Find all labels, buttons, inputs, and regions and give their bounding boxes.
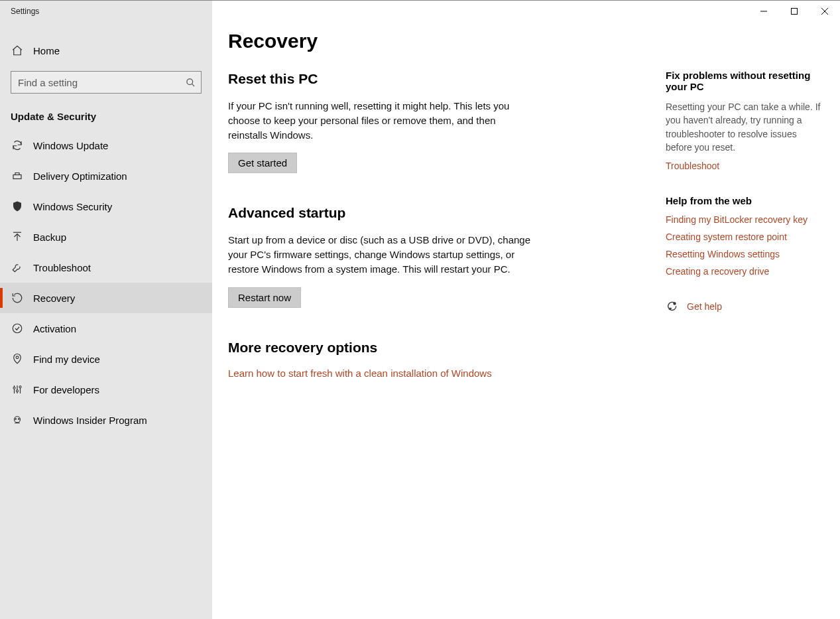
location-icon (11, 352, 24, 366)
help-link-restore-point[interactable]: Creating system restore point (666, 232, 824, 242)
section-more-recovery: More recovery options Learn how to start… (228, 340, 639, 379)
sync-icon (11, 139, 24, 152)
fix-body: Resetting your PC can take a while. If y… (666, 100, 824, 154)
maximize-button[interactable] (779, 1, 810, 22)
nav-label: Backup (33, 232, 66, 243)
get-help-row[interactable]: Get help (666, 301, 824, 312)
sidebar-item-insider[interactable]: Windows Insider Program (0, 405, 212, 435)
svg-point-11 (17, 390, 19, 392)
search-box[interactable] (11, 71, 202, 94)
sidebar-item-find-my-device[interactable]: Find my device (0, 344, 212, 374)
more-heading: More recovery options (228, 340, 639, 356)
insider-icon (11, 413, 24, 427)
svg-rect-18 (792, 9, 798, 15)
shield-icon (11, 200, 24, 213)
nav-label: Recovery (33, 293, 75, 304)
help-heading: Help from the web (666, 195, 824, 206)
sliders-icon (11, 383, 24, 396)
nav-label: For developers (33, 384, 99, 395)
nav-label: Troubleshoot (33, 262, 91, 273)
sidebar: Settings Home Update & Security Windows … (0, 1, 212, 619)
window-title: Settings (0, 1, 212, 22)
help-link-bitlocker[interactable]: Finding my BitLocker recovery key (666, 214, 824, 225)
sidebar-item-recovery[interactable]: Recovery (0, 283, 212, 313)
delivery-icon (11, 169, 24, 182)
search-icon (180, 78, 201, 88)
reset-heading: Reset this PC (228, 71, 639, 87)
close-button[interactable] (810, 1, 840, 22)
check-circle-icon (11, 322, 24, 335)
main-content: Recovery Reset this PC If your PC isn't … (212, 1, 840, 619)
sidebar-item-activation[interactable]: Activation (0, 313, 212, 344)
wrench-icon (11, 261, 24, 274)
aside-column: Fix problems without resetting your PC R… (666, 30, 824, 619)
svg-line-1 (192, 84, 194, 86)
fresh-install-link[interactable]: Learn how to start fresh with a clean in… (228, 368, 492, 379)
troubleshoot-link[interactable]: Troubleshoot (666, 161, 719, 171)
svg-point-0 (186, 78, 192, 84)
sidebar-item-delivery-optimization[interactable]: Delivery Optimization (0, 161, 212, 191)
aside-help-web: Help from the web Finding my BitLocker r… (666, 195, 824, 277)
sidebar-item-troubleshoot[interactable]: Troubleshoot (0, 252, 212, 283)
aside-fix-problems: Fix problems without resetting your PC R… (666, 70, 824, 171)
search-input[interactable] (11, 77, 180, 88)
sidebar-item-windows-security[interactable]: Windows Security (0, 191, 212, 222)
recovery-icon (11, 291, 24, 305)
get-started-button[interactable]: Get started (228, 153, 297, 173)
minimize-button[interactable] (749, 1, 779, 22)
nav-label: Find my device (33, 354, 100, 365)
advanced-heading: Advanced startup (228, 205, 639, 221)
svg-point-15 (19, 419, 20, 420)
section-advanced-startup: Advanced startup Start up from a device … (228, 205, 639, 307)
sidebar-item-backup[interactable]: Backup (0, 222, 212, 252)
home-button[interactable]: Home (0, 35, 212, 66)
nav-label: Windows Update (33, 140, 108, 151)
svg-point-21 (674, 303, 676, 305)
svg-rect-2 (13, 175, 21, 179)
backup-icon (11, 230, 24, 243)
svg-point-10 (13, 387, 15, 389)
svg-point-14 (15, 419, 17, 420)
help-link-recovery-drive[interactable]: Creating a recovery drive (666, 266, 824, 277)
section-reset-pc: Reset this PC If your PC isn't running w… (228, 71, 639, 173)
svg-point-12 (19, 386, 21, 388)
nav-label: Windows Security (33, 201, 112, 212)
restart-now-button[interactable]: Restart now (228, 287, 301, 308)
svg-point-5 (13, 324, 22, 333)
get-help-link[interactable]: Get help (687, 301, 722, 312)
home-icon (11, 44, 24, 57)
window-controls (749, 1, 840, 22)
advanced-body: Start up from a device or disc (such as … (228, 233, 533, 276)
sidebar-item-windows-update[interactable]: Windows Update (0, 130, 212, 161)
nav-label: Delivery Optimization (33, 171, 127, 182)
help-link-reset-settings[interactable]: Resetting Windows settings (666, 249, 824, 259)
reset-body: If your PC isn't running well, resetting… (228, 99, 533, 142)
chat-icon (666, 301, 678, 312)
home-label: Home (33, 45, 60, 56)
fix-heading: Fix problems without resetting your PC (666, 70, 824, 92)
sidebar-section-label: Update & Security (0, 99, 212, 130)
svg-point-6 (16, 356, 19, 359)
nav-list: Windows Update Delivery Optimization Win… (0, 130, 212, 435)
sidebar-item-for-developers[interactable]: For developers (0, 374, 212, 405)
nav-label: Windows Insider Program (33, 415, 147, 426)
nav-label: Activation (33, 323, 76, 334)
page-title: Recovery (228, 30, 639, 52)
